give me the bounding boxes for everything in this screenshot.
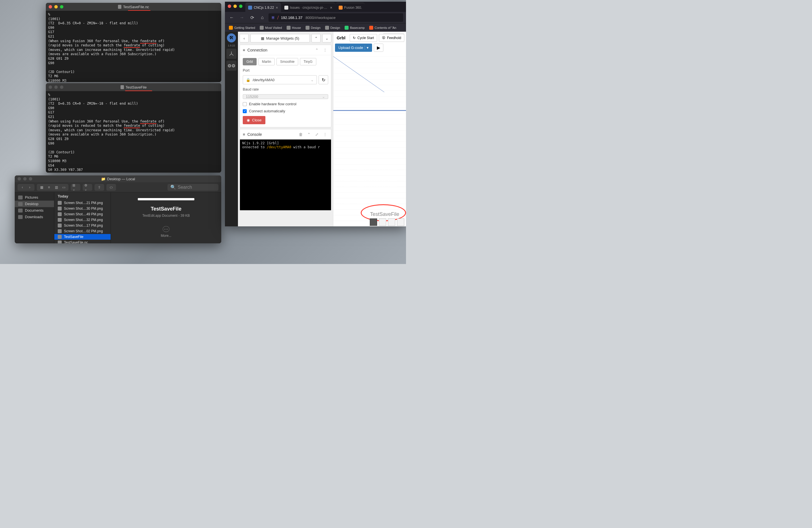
sidebar-item-documents[interactable]: Documents [15, 207, 54, 214]
zoom-icon[interactable] [239, 4, 243, 8]
gallery-view-icon[interactable]: ▭ [60, 185, 67, 190]
list-item[interactable]: Screen Shot....49 PM.png [54, 211, 111, 217]
list-item[interactable]: Screen Shot....17 PM.png [54, 223, 111, 228]
list-view-icon[interactable]: ≡ [46, 185, 52, 190]
cncjs-logo[interactable]: 🛠 [227, 33, 236, 42]
bookmark-item[interactable]: Design [323, 25, 342, 31]
console-output[interactable]: NCjs 1.9.22 [Grbl] onnected to /dev/ttyA… [240, 140, 331, 210]
controller-tab-smoothie[interactable]: Smoothie [276, 58, 298, 66]
more-icon[interactable]: ⋮ [322, 48, 328, 52]
bookmark-item[interactable]: Design [304, 25, 322, 31]
reload-button[interactable]: ⟳ [248, 14, 256, 22]
bookmark-item[interactable]: Most Visited [258, 25, 284, 31]
action-menu[interactable]: ⚙ ⌄ [83, 184, 92, 191]
close-connection-button[interactable]: ◉ Close [243, 116, 265, 124]
view-modes[interactable]: ▦ ≡ ▥ ▭ [37, 184, 69, 191]
scroll-up-button[interactable]: ⌃ [311, 34, 321, 42]
close-tab-icon[interactable]: × [276, 5, 278, 10]
more-icon[interactable]: ⋮ [322, 132, 328, 137]
collapse-left-button[interactable]: ‹ [240, 34, 249, 42]
sidebar-item-pictures[interactable]: Pictures [15, 194, 54, 201]
bookmark-item[interactable]: Getting Started [227, 25, 257, 31]
bookmark-icon [260, 26, 264, 30]
view-cube[interactable] [370, 218, 377, 226]
bookmark-item[interactable]: Basecamp [343, 25, 366, 31]
scroll-down-button[interactable]: ⌄ [322, 34, 331, 42]
browser-tab[interactable]: Fusion 360. [336, 3, 365, 12]
checkbox-icon[interactable]: ✓ [243, 109, 247, 113]
close-icon[interactable] [228, 4, 231, 8]
cycle-start-button[interactable]: ↻Cycle Start [350, 34, 377, 42]
list-item[interactable]: TestSaveFile.nc [54, 240, 111, 243]
tag-icon[interactable]: ⬭ [108, 185, 114, 190]
arrange-menu[interactable]: ⊞ ⌄ [71, 184, 81, 191]
titlebar[interactable]: TestSaveFile [46, 83, 221, 91]
column-view-icon[interactable]: ▥ [53, 185, 59, 190]
flow-control-checkbox[interactable]: Enable hardware flow control [243, 102, 328, 106]
share-button[interactable]: ⇧ [95, 184, 104, 191]
nav-back-forward[interactable]: ‹ › [17, 184, 34, 191]
port-select[interactable]: 🔒 /dev/ttyAMA0 ⌄ [243, 75, 317, 84]
collapse-icon[interactable]: ⌃ [306, 132, 312, 137]
bookmark-item[interactable]: Contents of "An [367, 25, 398, 31]
controller-tab-grbl[interactable]: Grbl [243, 58, 257, 66]
collapse-icon[interactable]: ⌃ [314, 48, 320, 52]
list-item[interactable]: Screen Shot....02 PM.png [54, 228, 111, 234]
icon-view-icon[interactable]: ▦ [39, 185, 45, 190]
editor-body[interactable]: % (1001) (T2 D=6.35 CR=0 - ZMIN=-18 - fl… [46, 11, 221, 82]
manage-widgets-button[interactable]: ▦ Manage Widgets (5) [250, 34, 310, 42]
axes-button[interactable] [226, 49, 236, 59]
editor-body[interactable]: % (1001) (T2 D=6.35 CR=0 - ZMIN=-18 - fl… [46, 91, 221, 173]
toolpath-viewport[interactable]: TestSaveFile [333, 54, 406, 226]
close-tab-icon[interactable]: × [330, 5, 332, 10]
controller-tab-marlin[interactable]: Marlin [258, 58, 275, 66]
titlebar[interactable]: TestSaveFile.nc [46, 3, 221, 11]
baud-select[interactable]: 115200 ⌄ [243, 94, 328, 99]
back-button[interactable]: ← [228, 14, 236, 22]
checkbox-icon[interactable] [243, 102, 247, 106]
feedhold-button[interactable]: ⦿Feedhold [379, 34, 404, 42]
list-item[interactable]: Screen Shot....32 PM.png [54, 217, 111, 223]
trash-icon[interactable]: 🗑 [298, 132, 304, 137]
sidebar-item-desktop[interactable]: Desktop [15, 201, 54, 207]
view-cube[interactable] [379, 218, 386, 226]
more-icon[interactable]: ⋯ [163, 226, 170, 232]
view-cube[interactable] [388, 218, 395, 226]
settings-button[interactable]: ⚙⚙ [226, 60, 236, 71]
auto-connect-checkbox[interactable]: ✓ Connect automatically [243, 109, 328, 113]
gear-icon[interactable]: ⚙ ⌄ [84, 185, 90, 190]
menu-icon[interactable]: ≡ [243, 132, 245, 137]
play-button[interactable]: ▶ [374, 44, 383, 52]
menu-icon[interactable]: ≡ [243, 48, 245, 52]
expand-icon[interactable]: ⤢ [314, 132, 320, 137]
sidebar-item-downloads[interactable]: Downloads [15, 214, 54, 220]
forward-button[interactable]: → [238, 14, 246, 22]
browser-tab[interactable]: Issues · cncjs/cncjs-pi-rasp× [281, 3, 335, 12]
list-item[interactable]: Screen Shot....30 PM.png [54, 206, 111, 211]
browser-tab[interactable]: CNCjs 1.9.22× [245, 3, 281, 12]
more-label[interactable]: More... [161, 234, 171, 238]
section-header: Today [54, 192, 111, 200]
titlebar[interactable]: 📁 Desktop — Local [15, 175, 221, 182]
shield-icon[interactable]: ⛨ [271, 16, 275, 20]
chevron-down-icon[interactable]: ▾ [365, 45, 369, 50]
list-item[interactable]: Screen Shot....21 PM.png [54, 200, 111, 206]
address-field[interactable]: ⛨ ⧸ 192.168.1.37:8000/#/workspace [269, 13, 403, 22]
list-item[interactable]: TestSaveFile [54, 234, 111, 240]
search-field[interactable]: 🔍 Search [168, 184, 218, 191]
minimize-icon[interactable] [233, 4, 237, 8]
share-icon[interactable]: ⇧ [96, 185, 102, 190]
tags-button[interactable]: ⬭ [106, 184, 116, 191]
bookmark-label: Getting Started [234, 26, 255, 29]
bookmark-item[interactable]: House [285, 25, 303, 31]
bookmark-label: Design [331, 26, 340, 29]
traffic-lights[interactable] [228, 4, 243, 8]
view-cube[interactable] [397, 218, 404, 226]
back-icon[interactable]: ‹ [19, 185, 26, 190]
controller-tab-tinyg[interactable]: TinyG [300, 58, 316, 66]
refresh-ports-button[interactable]: ↻ [319, 75, 328, 84]
home-button[interactable]: ⌂ [258, 14, 266, 22]
widget-body: GrblMarlinSmoothieTinyG Port 🔒 /dev/ttyA… [240, 55, 331, 127]
upload-gcode-button[interactable]: Upload G-code ▾ [335, 44, 372, 52]
forward-icon[interactable]: › [27, 185, 33, 190]
